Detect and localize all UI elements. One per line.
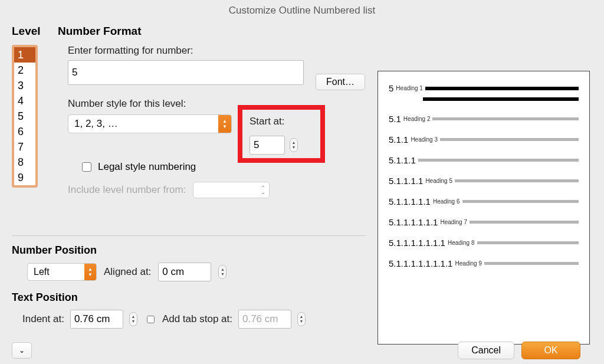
dialog-content: Level Number Format 123456789 Enter form…: [0, 25, 604, 38]
preview-line: 5.1.1.1.1.1.1Heading 7: [389, 217, 579, 227]
alignment-select[interactable]: Left ▲▼: [27, 263, 97, 281]
preview-bar: [440, 138, 579, 141]
chevron-down-icon: ⌄: [19, 346, 25, 355]
include-level-row: Include level number from: ⌃⌄: [68, 182, 369, 198]
preview-number: 5.1: [389, 114, 401, 124]
preview-number: 5.1.1.1.1.1.1: [389, 217, 438, 227]
preview-line: 5.1.1Heading 3: [389, 135, 579, 145]
level-item-2[interactable]: 2: [14, 63, 35, 78]
tab-stop-input: [238, 310, 291, 329]
level-list[interactable]: 123456789: [12, 45, 38, 188]
include-stepper-icon: ⌃⌄: [261, 186, 265, 194]
aligned-at-input[interactable]: [158, 263, 211, 281]
level-item-4[interactable]: 4: [14, 93, 35, 109]
preview-heading: Heading 9: [455, 260, 482, 267]
aligned-at-label: Aligned at:: [104, 266, 151, 278]
preview-heading: Heading 8: [448, 240, 475, 246]
font-button[interactable]: Font…: [316, 74, 365, 90]
tab-stop-checkbox[interactable]: [147, 316, 155, 323]
preview-bar: [477, 241, 579, 244]
preview-heading: Heading 5: [425, 178, 452, 184]
preview-bar: [432, 117, 579, 120]
expand-button[interactable]: ⌄: [12, 342, 32, 359]
include-level-label: Include level number from:: [68, 184, 186, 196]
preview-bar: [423, 97, 579, 101]
level-item-9[interactable]: 9: [14, 170, 35, 185]
preview-line: 5.1.1.1.1.1Heading 6: [389, 196, 579, 206]
indent-at-input[interactable]: [70, 310, 123, 329]
preview-heading: Heading 1: [396, 85, 423, 91]
preview-heading: Heading 7: [440, 219, 467, 225]
alignment-value: Left: [28, 267, 84, 277]
preview-bar: [455, 179, 579, 182]
ok-button[interactable]: OK: [521, 342, 580, 359]
legal-style-checkbox-row: Legal style numbering: [80, 160, 369, 173]
start-at-highlight: Start at: ▲▼: [238, 105, 325, 163]
number-style-value: 1, 2, 3, …: [68, 118, 218, 130]
preview-line: 5.1.1.1: [389, 155, 579, 165]
select-knob-icon: ▲▼: [84, 264, 96, 280]
level-item-1[interactable]: 1: [14, 47, 35, 63]
preview-bar: [470, 221, 579, 224]
legal-style-label: Legal style numbering: [98, 161, 196, 173]
preview-bar: [418, 159, 579, 162]
select-knob-icon: ▲▼: [218, 115, 231, 133]
preview-number: 5.1.1.1.1.1.1.1: [389, 238, 445, 248]
preview-number: 5.1.1: [389, 135, 408, 145]
preview-line: 5.1Heading 2: [389, 114, 579, 124]
start-at-input[interactable]: [250, 136, 285, 155]
enter-formatting-label: Enter formatting for number:: [68, 45, 369, 57]
number-position-title: Number Position: [12, 244, 366, 257]
preview-line: 5.1.1.1.1.1.1.1.1Heading 9: [389, 258, 579, 268]
tab-stop-stepper: ▲▼: [297, 312, 306, 326]
legal-style-checkbox[interactable]: [82, 162, 91, 172]
cancel-button[interactable]: Cancel: [458, 342, 514, 359]
level-item-8[interactable]: 8: [14, 155, 35, 170]
start-at-stepper[interactable]: ▲▼: [290, 138, 298, 152]
preview-heading: Heading 2: [403, 116, 431, 122]
tab-stop-label: Add tab stop at:: [162, 313, 232, 325]
level-item-6[interactable]: 6: [14, 124, 35, 139]
column-headers: Level Number Format: [12, 25, 592, 38]
preview-line: [423, 97, 579, 101]
preview-bar: [484, 262, 579, 265]
level-item-3[interactable]: 3: [14, 78, 35, 93]
preview-heading: Heading 6: [433, 198, 460, 205]
preview-heading: Heading 3: [411, 136, 438, 143]
preview-line: 5.1.1.1.1Heading 5: [389, 176, 579, 186]
number-position-section: Number Position Left ▲▼ Aligned at: ▲▼: [12, 243, 366, 281]
level-column: 123456789: [12, 45, 38, 188]
include-level-select: ⌃⌄: [193, 182, 270, 198]
preview-number: 5.1.1.1.1: [389, 176, 423, 186]
preview-bar: [425, 87, 579, 90]
number-style-label: Number style for this level:: [68, 98, 232, 110]
text-position-title: Text Position: [12, 291, 306, 304]
dialog-title: Customize Outline Numbered list: [0, 0, 604, 25]
separator: [12, 235, 366, 236]
start-at-label: Start at:: [250, 116, 310, 127]
preview-number: 5.1.1.1: [389, 155, 416, 165]
indent-at-label: Indent at:: [22, 313, 64, 325]
number-format-panel: Enter formatting for number: Font… Numbe…: [68, 45, 369, 198]
level-item-7[interactable]: 7: [14, 139, 35, 155]
header-format: Number Format: [58, 25, 141, 38]
text-position-section: Text Position Indent at: ▲▼ Add tab stop…: [12, 290, 306, 329]
preview-bar: [462, 200, 579, 203]
indent-at-stepper[interactable]: ▲▼: [129, 312, 137, 326]
number-style-select[interactable]: 1, 2, 3, … ▲▼: [68, 114, 232, 133]
preview-number: 5.1.1.1.1.1: [389, 196, 431, 206]
dialog-footer: ⌄ Cancel OK: [0, 342, 592, 359]
preview-line: 5Heading 1: [389, 83, 579, 93]
level-item-5[interactable]: 5: [14, 109, 35, 124]
preview-pane: 5Heading 15.1Heading 25.1.1Heading 35.1.…: [378, 71, 590, 345]
preview-line: 5.1.1.1.1.1.1.1Heading 8: [389, 238, 579, 248]
aligned-at-stepper[interactable]: ▲▼: [218, 265, 226, 279]
preview-number: 5.1.1.1.1.1.1.1.1: [389, 258, 452, 268]
formatting-input[interactable]: [68, 60, 304, 85]
preview-number: 5: [389, 83, 393, 93]
header-level: Level: [12, 25, 58, 38]
